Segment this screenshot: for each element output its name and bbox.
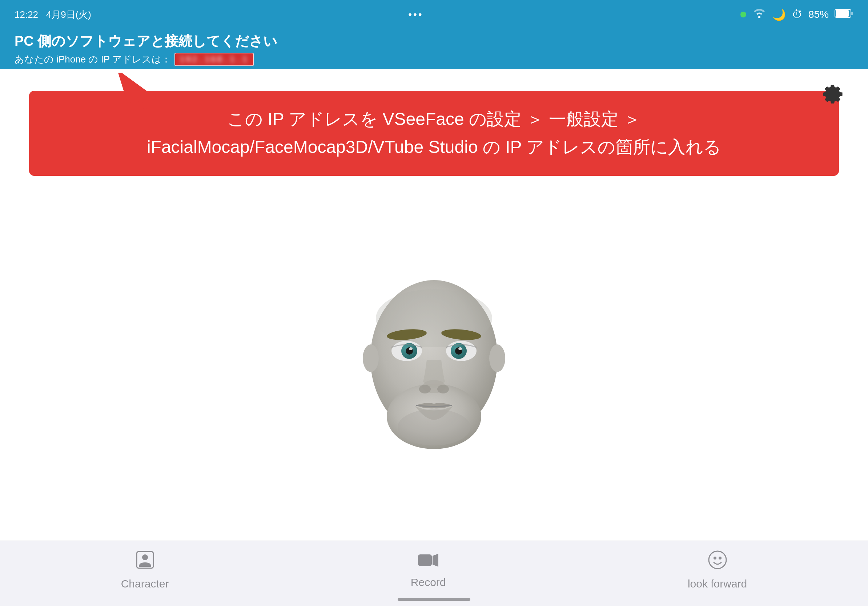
status-bar-center: ••• xyxy=(408,9,423,20)
svg-marker-26 xyxy=(432,554,439,567)
svg-point-12 xyxy=(409,347,412,350)
header-bar: PC 側のソフトウェアと接続してください あなたの iPhone の IP アド… xyxy=(0,29,868,69)
status-bar-right: 🌙 ⏱ 85% xyxy=(741,7,854,22)
battery-icon xyxy=(835,8,854,22)
status-bar-left: 12:22 4月9日(火) xyxy=(14,8,91,21)
svg-point-16 xyxy=(458,347,462,350)
svg-rect-25 xyxy=(418,554,432,566)
lookforward-icon xyxy=(708,550,727,574)
header-title: PC 側のソフトウェアと接続してください xyxy=(14,32,854,51)
tab-character[interactable]: Character xyxy=(99,543,191,597)
tab-character-label: Character xyxy=(121,578,169,590)
dots-icon: ••• xyxy=(408,9,423,20)
wifi-icon xyxy=(752,7,767,22)
tab-record-label: Record xyxy=(411,576,446,589)
svg-rect-2 xyxy=(851,12,853,15)
character-icon xyxy=(135,550,155,574)
svg-point-21 xyxy=(489,345,505,372)
svg-point-28 xyxy=(713,557,716,560)
header-subtitle-text: あなたの iPhone の IP アドレスは： xyxy=(14,53,171,66)
battery-percent: 85% xyxy=(808,9,829,20)
face-3d-model xyxy=(347,271,521,475)
header-subtitle: あなたの iPhone の IP アドレスは： 192.168.1.1 xyxy=(14,53,854,66)
tab-lookforward-label: look forward xyxy=(688,578,747,590)
svg-point-20 xyxy=(363,345,379,372)
clock-icon: ⏱ xyxy=(792,8,803,21)
settings-icon[interactable] xyxy=(817,80,846,115)
arrow-container xyxy=(95,73,160,154)
face-container xyxy=(347,205,521,541)
svg-point-19 xyxy=(437,385,449,393)
time-date: 12:22 4月9日(火) xyxy=(14,8,91,21)
svg-point-18 xyxy=(419,385,431,393)
time: 12:22 xyxy=(14,9,38,20)
svg-point-24 xyxy=(142,554,148,560)
svg-rect-1 xyxy=(835,10,849,17)
tab-bar: Character Record look forward xyxy=(0,541,868,606)
tab-record[interactable]: Record xyxy=(389,544,468,596)
signal-dot xyxy=(741,12,746,17)
instruction-line2: iFacialMocap/FaceMocap3D/VTube Studio の … xyxy=(58,133,810,161)
svg-point-29 xyxy=(719,557,722,560)
ip-badge: 192.168.1.1 xyxy=(175,53,254,66)
instruction-line1: この IP アドレスを VSeeFace の設定 ＞ 一般設定 ＞ xyxy=(58,105,810,133)
moon-icon: 🌙 xyxy=(772,8,786,21)
date: 4月9日(火) xyxy=(46,9,91,20)
status-bar: 12:22 4月9日(火) ••• 🌙 ⏱ 85% xyxy=(0,0,868,29)
home-indicator xyxy=(398,598,470,601)
record-icon xyxy=(417,552,439,573)
svg-point-27 xyxy=(709,551,726,569)
tab-lookforward[interactable]: look forward xyxy=(666,543,769,597)
svg-point-22 xyxy=(398,409,470,445)
